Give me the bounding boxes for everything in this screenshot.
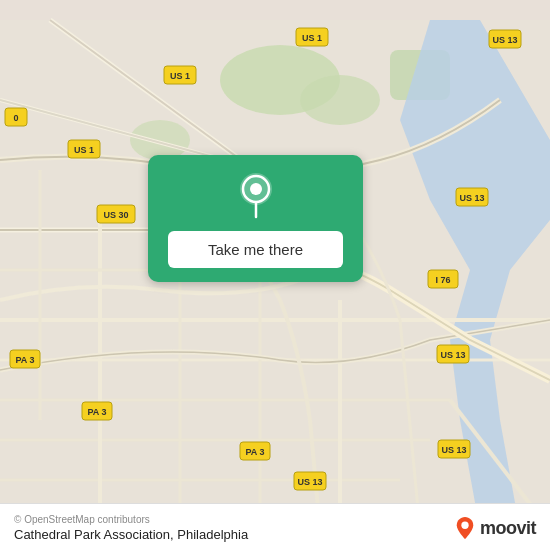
bottom-bar-info: © OpenStreetMap contributors Cathedral P… <box>14 514 248 542</box>
moovit-logo: moovit <box>454 515 536 541</box>
take-me-there-button[interactable]: Take me there <box>168 231 343 268</box>
svg-text:US 13: US 13 <box>297 477 322 487</box>
green-card: Take me there <box>148 155 363 282</box>
svg-point-4 <box>130 120 190 160</box>
svg-text:US 13: US 13 <box>492 35 517 45</box>
svg-point-53 <box>461 522 468 529</box>
svg-text:US 30: US 30 <box>103 210 128 220</box>
moovit-brand-text: moovit <box>480 518 536 539</box>
map-container: US 1 US 13 0 US 1 US 1 US 30 US 13 I 76 … <box>0 0 550 550</box>
svg-text:US 1: US 1 <box>170 71 190 81</box>
svg-text:PA 3: PA 3 <box>87 407 106 417</box>
svg-text:PA 3: PA 3 <box>15 355 34 365</box>
svg-text:0: 0 <box>13 113 18 123</box>
svg-text:US 1: US 1 <box>302 33 322 43</box>
location-pin-icon <box>236 171 276 223</box>
copyright-text: © OpenStreetMap contributors <box>14 514 248 525</box>
svg-text:US 13: US 13 <box>459 193 484 203</box>
svg-text:PA 3: PA 3 <box>245 447 264 457</box>
svg-text:US 13: US 13 <box>441 445 466 455</box>
svg-text:US 1: US 1 <box>74 145 94 155</box>
location-label: Cathedral Park Association, Philadelphia <box>14 527 248 542</box>
svg-text:I 76: I 76 <box>435 275 450 285</box>
svg-point-52 <box>250 183 262 195</box>
bottom-bar: © OpenStreetMap contributors Cathedral P… <box>0 503 550 550</box>
svg-point-2 <box>300 75 380 125</box>
svg-text:US 13: US 13 <box>440 350 465 360</box>
